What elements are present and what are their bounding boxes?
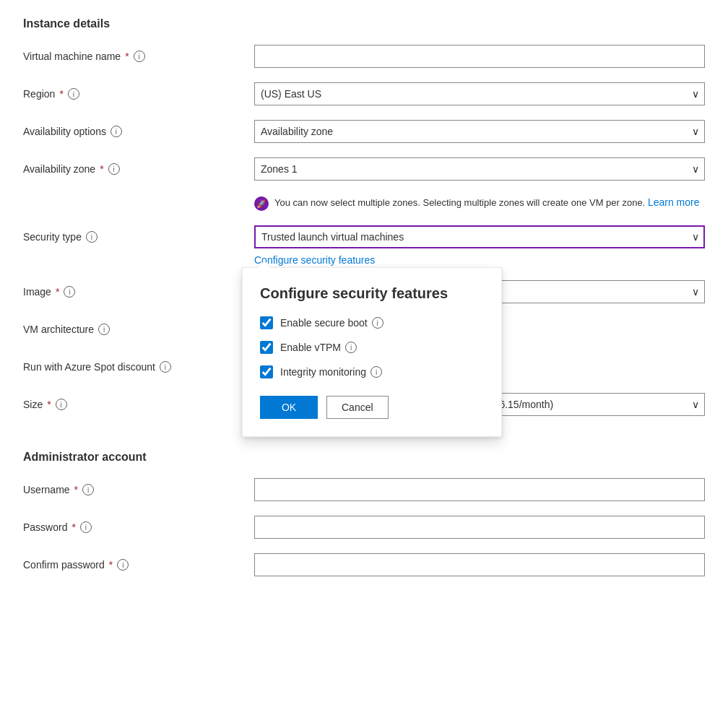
vtpm-row: Enable vTPM i — [260, 341, 484, 354]
zone-hint-icon: 🚀 — [254, 196, 269, 211]
dialog-actions: OK Cancel — [260, 396, 484, 419]
availability-zone-select[interactable]: Zones 1 — [254, 157, 705, 181]
username-info-icon[interactable]: i — [82, 484, 94, 495]
confirm-password-input[interactable] — [254, 553, 705, 576]
security-type-select-wrapper: Trusted launch virtual machines ∨ — [254, 225, 705, 248]
vm-name-input[interactable] — [254, 45, 705, 68]
username-required: * — [74, 484, 78, 495]
vm-name-label: Virtual machine name * i — [23, 51, 254, 62]
vm-name-control — [254, 45, 705, 68]
password-info-icon[interactable]: i — [80, 521, 92, 533]
size-info-icon[interactable]: i — [56, 399, 67, 410]
security-type-control: Trusted launch virtual machines ∨ — [254, 225, 705, 248]
secure-boot-row: Enable secure boot i — [260, 316, 484, 329]
security-type-label: Security type i — [23, 231, 254, 243]
region-select-wrapper: (US) East US ∨ — [254, 82, 705, 105]
dialog-ok-button[interactable]: OK — [260, 396, 318, 419]
vm-name-required: * — [125, 51, 129, 62]
security-type-info-icon[interactable]: i — [86, 231, 98, 243]
availability-options-info-icon[interactable]: i — [110, 126, 122, 137]
size-label: Size * i — [23, 399, 254, 410]
region-required: * — [59, 88, 63, 100]
spot-discount-info-icon[interactable]: i — [160, 361, 171, 373]
dialog-title: Configure security features — [260, 285, 484, 302]
username-control — [254, 478, 705, 501]
integrity-info-icon[interactable]: i — [370, 366, 382, 378]
image-label: Image * i — [23, 286, 254, 298]
confirm-password-required: * — [109, 559, 113, 571]
vm-name-info-icon[interactable]: i — [134, 51, 145, 62]
availability-options-row: Availability options i Availability zone… — [23, 120, 705, 143]
region-row: Region * i (US) East US ∨ — [23, 82, 705, 105]
secure-boot-checkbox[interactable] — [260, 316, 273, 329]
region-info-icon[interactable]: i — [68, 88, 79, 100]
zone-hint-text: You can now select multiple zones. Selec… — [274, 195, 700, 210]
secure-boot-info-icon[interactable]: i — [372, 317, 384, 329]
size-required: * — [47, 399, 51, 410]
confirm-password-control — [254, 553, 705, 576]
dialog-cancel-button[interactable]: Cancel — [326, 396, 389, 419]
vm-name-row: Virtual machine name * i — [23, 45, 705, 68]
password-row: Password * i — [23, 516, 705, 539]
security-type-select[interactable]: Trusted launch virtual machines — [254, 225, 705, 248]
zone-hint-row: 🚀 You can now select multiple zones. Sel… — [23, 195, 705, 211]
password-label: Password * i — [23, 521, 254, 533]
instance-details-title: Instance details — [23, 17, 705, 30]
username-input[interactable] — [254, 478, 705, 501]
configure-security-link-row: Configure security features — [23, 254, 705, 266]
integrity-checkbox[interactable] — [260, 365, 273, 378]
admin-account-section: Administrator account Username * i Passw… — [23, 451, 705, 576]
availability-options-label: Availability options i — [23, 126, 254, 137]
availability-options-select-wrapper: Availability zone ∨ — [254, 120, 705, 143]
availability-options-control: Availability zone ∨ — [254, 120, 705, 143]
admin-account-title: Administrator account — [23, 451, 705, 464]
configure-security-link[interactable]: Configure security features — [254, 254, 375, 266]
password-control — [254, 516, 705, 539]
vtpm-label: Enable vTPM i — [280, 342, 357, 353]
availability-zone-required: * — [100, 163, 103, 175]
vtpm-checkbox[interactable] — [260, 341, 273, 354]
confirm-password-label: Confirm password * i — [23, 559, 254, 571]
availability-zone-select-wrapper: Zones 1 ∨ — [254, 157, 705, 181]
image-info-icon[interactable]: i — [64, 286, 75, 298]
availability-options-select[interactable]: Availability zone — [254, 120, 705, 143]
integrity-label: Integrity monitoring i — [280, 366, 382, 378]
confirm-password-row: Confirm password * i — [23, 553, 705, 576]
spot-discount-label: Run with Azure Spot discount i — [23, 361, 254, 373]
vtpm-info-icon[interactable]: i — [345, 342, 357, 353]
username-row: Username * i — [23, 478, 705, 501]
security-type-row: Security type i Trusted launch virtual m… — [23, 225, 705, 248]
password-required: * — [72, 521, 75, 533]
vm-architecture-info-icon[interactable]: i — [98, 324, 110, 335]
availability-zone-control: Zones 1 ∨ — [254, 157, 705, 181]
username-label: Username * i — [23, 484, 254, 495]
availability-zone-row: Availability zone * i Zones 1 ∨ — [23, 157, 705, 181]
image-required: * — [56, 286, 59, 298]
region-select[interactable]: (US) East US — [254, 82, 705, 105]
confirm-password-info-icon[interactable]: i — [117, 559, 129, 571]
secure-boot-label: Enable secure boot i — [280, 317, 384, 329]
region-control: (US) East US ∨ — [254, 82, 705, 105]
zone-learn-more-link[interactable]: Learn more — [648, 196, 700, 208]
password-input[interactable] — [254, 516, 705, 539]
region-label: Region * i — [23, 88, 254, 100]
availability-zone-label: Availability zone * i — [23, 163, 254, 175]
vm-architecture-label: VM architecture i — [23, 324, 254, 335]
configure-security-dialog: Configure security features Enable secur… — [242, 267, 502, 437]
integrity-row: Integrity monitoring i — [260, 365, 484, 378]
availability-zone-info-icon[interactable]: i — [108, 163, 120, 175]
